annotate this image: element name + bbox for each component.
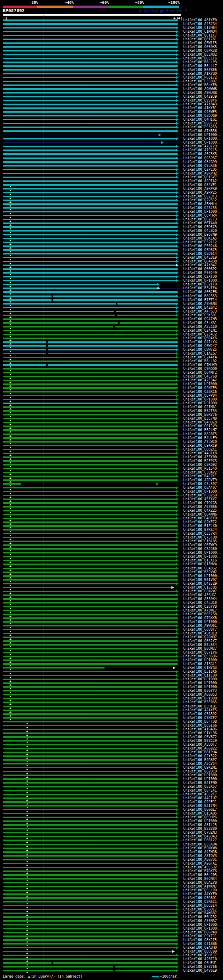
hit-label[interactable]: UniRef100_B3VIF0 [183, 283, 217, 286]
hit-bar[interactable] [3, 315, 176, 316]
hit-bar[interactable] [3, 805, 176, 807]
hit-bar[interactable] [3, 303, 176, 304]
hit-label[interactable]: UniRef100_UPI000.. [183, 697, 221, 700]
hit-label[interactable]: UniRef100_B2I7N4 [183, 804, 217, 808]
hit-label[interactable]: UniRef100_A8LCE0 [183, 325, 217, 329]
hit-bar[interactable] [3, 357, 176, 358]
hit-bar[interactable] [3, 422, 176, 423]
hit-bar[interactable] [3, 434, 176, 435]
hit-bar[interactable] [3, 717, 176, 719]
hit-bar[interactable] [3, 196, 176, 197]
hit-label[interactable]: UniRef100_Q0S2Y7 [183, 639, 217, 643]
hit-label[interactable]: UniRef100_Q4UQZ8 [183, 421, 217, 424]
hit-bar[interactable] [3, 123, 176, 124]
hit-bar[interactable] [3, 127, 176, 128]
hit-bar[interactable] [3, 391, 176, 393]
hit-bar[interactable] [3, 824, 176, 826]
hit-bar[interactable] [3, 525, 176, 527]
hit-label[interactable]: UniRef100_Q84RD9 [183, 160, 217, 164]
hit-bar[interactable] [3, 591, 176, 592]
hit-label[interactable]: UniRef100_B9NYW8 [183, 846, 217, 850]
hit-bar[interactable] [3, 223, 176, 224]
hit-label[interactable]: UniRef100_Q1EMV4 [183, 563, 217, 566]
hit-bar[interactable] [3, 587, 172, 588]
hit-bar[interactable] [3, 103, 176, 105]
alignment-row[interactable]: UniRef100_C6B127 [0, 838, 223, 842]
hit-bar[interactable] [3, 364, 176, 366]
hit-label[interactable]: UniRef100_UPI000.. [183, 923, 221, 926]
hit-bar[interactable] [3, 130, 176, 132]
hit-bar[interactable] [3, 249, 176, 251]
hit-bar[interactable] [3, 69, 176, 71]
hit-label[interactable]: UniRef100_A2BZ10 [183, 958, 217, 961]
hit-bar[interactable] [3, 284, 157, 285]
hit-bar[interactable] [3, 882, 176, 883]
hit-label[interactable]: UniRef100_Q2Y522 [183, 754, 217, 758]
hit-bar[interactable] [3, 518, 176, 519]
hit-bar[interactable] [3, 445, 176, 446]
hit-label[interactable]: UniRef100_Q2J4J2 [183, 333, 217, 336]
hit-bar[interactable] [3, 920, 176, 921]
hit-bar[interactable] [3, 855, 176, 857]
alignment-row[interactable]: UniRef100_B5JLM7 [0, 428, 223, 432]
hit-label[interactable]: UniRef100_B6VC73 [183, 218, 217, 221]
hit-label[interactable]: UniRef100_C1MNU4 [183, 30, 217, 33]
hit-bar[interactable] [3, 311, 176, 312]
hit-bar[interactable] [3, 636, 176, 638]
hit-bar[interactable] [3, 276, 176, 277]
hit-bar[interactable] [3, 472, 176, 473]
hit-bar[interactable] [3, 935, 176, 937]
hit-bar[interactable] [3, 188, 176, 189]
hit-label[interactable]: UniRef100_C3QAV2 [183, 471, 217, 474]
hit-label[interactable]: UniRef100_A1KYB0 [183, 72, 217, 75]
hit-bar[interactable] [3, 790, 176, 791]
hit-bar[interactable] [3, 836, 176, 837]
hit-label[interactable]: UniRef100_Q04NN6 [183, 513, 217, 516]
hit-bar[interactable] [3, 158, 176, 159]
hit-bar[interactable] [3, 655, 176, 657]
hit-bar[interactable] [3, 775, 176, 776]
hit-label[interactable]: UniRef100_Q2RNQ7 [183, 635, 217, 639]
hit-bar[interactable] [3, 299, 176, 301]
hit-label[interactable]: UniRef100_C5LS97 [183, 482, 217, 486]
hit-bar[interactable] [3, 916, 176, 918]
hit-bar[interactable] [3, 951, 172, 952]
hit-label[interactable]: UniRef100_B7B766 [183, 965, 217, 969]
hit-bar[interactable] [3, 410, 176, 412]
hit-label[interactable]: UniRef100_B4V6E9 [183, 969, 217, 972]
hit-bar[interactable] [3, 88, 176, 90]
hit-label[interactable]: UniRef100_Q47LY4 [183, 340, 217, 344]
hit-label[interactable]: UniRef100_Q82DC9 [183, 770, 217, 773]
hit-label[interactable]: UniRef100_Q4LB20 [183, 229, 217, 232]
hit-label[interactable]: UniRef100_A1SGL1 [183, 662, 217, 666]
hit-label[interactable]: UniRef100_C8XJI5 [183, 938, 217, 942]
hit-label[interactable]: UniRef100_B8LLT6 [183, 57, 217, 60]
hit-bar[interactable] [3, 460, 176, 462]
hit-bar[interactable] [3, 42, 176, 44]
hit-bar[interactable] [3, 659, 176, 661]
hit-label[interactable]: UniRef100_A7PCL5 [183, 148, 217, 152]
hit-label[interactable]: UniRef100_A4S2R4 [183, 22, 217, 26]
hit-bar[interactable] [3, 245, 176, 247]
hit-label[interactable]: UniRef100_A8G7D1 [183, 858, 217, 861]
hit-label[interactable]: UniRef100_UPI000.. [183, 210, 221, 213]
hit-bar[interactable] [3, 479, 176, 481]
hit-label[interactable]: UniRef100_B0LJ03 [183, 873, 217, 877]
hit-label[interactable]: UniRef100_A6G922 [183, 747, 217, 750]
hit-bar[interactable] [3, 307, 176, 309]
hit-bar[interactable] [3, 234, 176, 235]
hit-label[interactable]: UniRef100_C7QCG3 [183, 501, 217, 505]
hit-bar[interactable] [3, 291, 176, 293]
hit-bar[interactable] [3, 932, 176, 933]
hit-bar[interactable] [3, 457, 176, 458]
hit-bar[interactable] [3, 399, 176, 400]
hit-bar[interactable] [3, 349, 176, 350]
hit-label[interactable]: UniRef100_Q4XZZ5 [183, 509, 217, 512]
hit-label[interactable]: UniRef100_A9HFJ7 [183, 954, 217, 957]
hit-bar[interactable] [3, 947, 176, 948]
hit-bar[interactable] [3, 821, 176, 822]
hit-bar[interactable] [3, 50, 176, 51]
hit-bar[interactable] [3, 368, 176, 369]
hit-bar[interactable] [3, 644, 176, 646]
hit-label[interactable]: UniRef100_B4ZG42 [183, 306, 217, 309]
